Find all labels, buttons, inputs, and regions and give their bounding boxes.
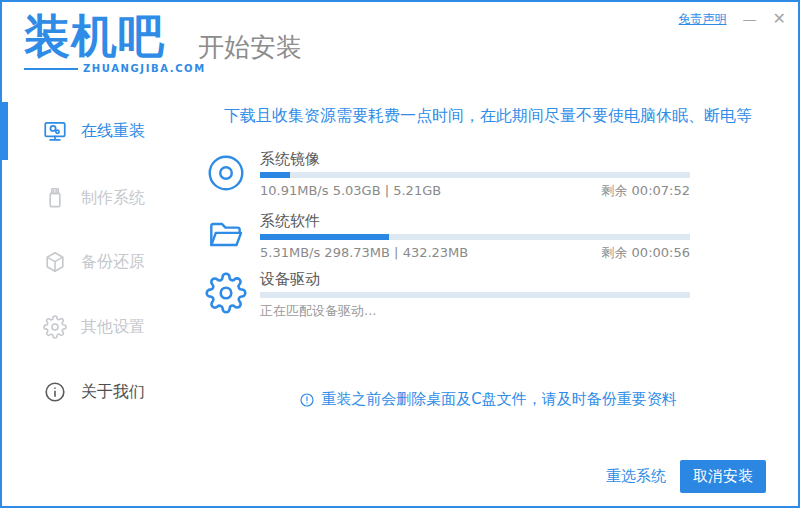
gear-icon bbox=[205, 272, 247, 314]
minimize-button[interactable]: — bbox=[743, 10, 757, 28]
progress-fill bbox=[260, 172, 290, 178]
info-icon bbox=[42, 379, 68, 405]
app-logo: 装机吧 ZHUANGJIBA.COM bbox=[24, 10, 206, 74]
sidebar-item-backup-restore[interactable]: 备份还原 bbox=[2, 233, 182, 291]
folder-icon bbox=[205, 214, 247, 256]
task-stats: 10.91MB/s 5.03GB | 5.21GB bbox=[260, 183, 441, 199]
download-warning-text: 下载且收集资源需要耗费一点时间，在此期间尽量不要使电脑休眠、断电等 bbox=[182, 106, 794, 127]
sidebar-item-label: 在线重装 bbox=[81, 121, 145, 142]
backup-box-icon bbox=[42, 249, 68, 275]
reselect-system-button[interactable]: 重选系统 bbox=[606, 467, 666, 486]
sidebar-item-label: 制作系统 bbox=[81, 188, 145, 209]
gear-icon bbox=[42, 314, 68, 340]
sidebar-item-other-settings[interactable]: 其他设置 bbox=[2, 298, 182, 356]
task-name: 设备驱动 bbox=[260, 270, 690, 288]
sidebar-item-online-reinstall[interactable]: 在线重装 bbox=[2, 102, 182, 160]
usb-drive-icon bbox=[42, 185, 68, 211]
task-stats: 5.31MB/s 298.73MB | 432.23MB bbox=[260, 245, 468, 261]
cancel-install-button[interactable]: 取消安装 bbox=[680, 460, 766, 493]
backup-note: 重装之前会删除桌面及C盘文件，请及时备份重要资料 bbox=[182, 390, 794, 409]
task-name: 系统软件 bbox=[260, 212, 690, 230]
disclaimer-link[interactable]: 免责声明 bbox=[679, 11, 727, 28]
footer-actions: 重选系统 取消安装 bbox=[606, 460, 766, 493]
logo-wordmark: 装机吧 bbox=[24, 10, 206, 62]
disc-icon bbox=[205, 152, 247, 194]
task-remaining: 剩余 00:07:52 bbox=[601, 183, 690, 199]
sidebar-item-make-system[interactable]: 制作系统 bbox=[2, 169, 182, 227]
progress-fill bbox=[260, 234, 389, 240]
monitor-icon bbox=[42, 118, 68, 144]
sidebar-item-label: 关于我们 bbox=[81, 382, 145, 403]
logo-domain: ZHUANGJIBA.COM bbox=[83, 63, 206, 74]
titlebar-controls: 免责声明 — ✕ bbox=[679, 10, 786, 28]
task-row-device-driver: 设备驱动 正在匹配设备驱动... bbox=[205, 270, 710, 319]
logo-divider-line bbox=[24, 68, 78, 70]
task-name: 系统镜像 bbox=[260, 150, 690, 168]
page-title: 开始安装 bbox=[198, 30, 302, 65]
app-window: 装机吧 ZHUANGJIBA.COM 开始安装 免责声明 — ✕ 在线重装 制作… bbox=[0, 0, 800, 508]
task-row-system-image: 系统镜像 10.91MB/s 5.03GB | 5.21GB 剩余 00:07:… bbox=[205, 150, 710, 199]
sidebar-item-about-us[interactable]: 关于我们 bbox=[2, 363, 182, 421]
progress-bar bbox=[260, 292, 690, 298]
progress-bar bbox=[260, 172, 690, 178]
task-status: 正在匹配设备驱动... bbox=[260, 303, 376, 319]
sidebar-item-label: 其他设置 bbox=[81, 317, 145, 338]
sidebar-item-label: 备份还原 bbox=[81, 252, 145, 273]
task-row-system-software: 系统软件 5.31MB/s 298.73MB | 432.23MB 剩余 00:… bbox=[205, 212, 710, 261]
task-remaining: 剩余 00:00:56 bbox=[601, 245, 690, 261]
backup-note-text: 重装之前会删除桌面及C盘文件，请及时备份重要资料 bbox=[321, 390, 676, 409]
close-button[interactable]: ✕ bbox=[773, 10, 786, 28]
progress-bar bbox=[260, 234, 690, 240]
alert-circle-icon bbox=[299, 392, 315, 408]
